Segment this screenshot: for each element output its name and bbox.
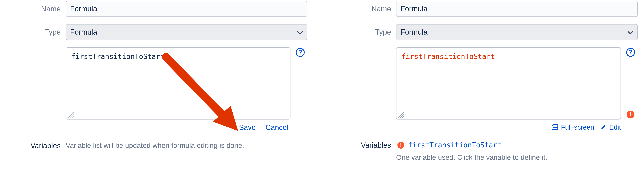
error-icon: ! [397, 141, 404, 149]
svg-rect-7 [553, 124, 558, 128]
pencil-icon [600, 124, 606, 130]
fullscreen-button[interactable]: Full-screen [552, 123, 594, 132]
edit-label: Edit [609, 123, 621, 132]
variable-link[interactable]: firstTransitionToStart [408, 140, 502, 150]
formula-panel-editing: Name Formula Type Formula firstTransitio… [7, 0, 314, 150]
svg-text:?: ? [298, 49, 302, 56]
formula-panel-saved: Name Formula Type Formula firstTransitio… [337, 0, 644, 162]
type-selected-value: Formula [70, 27, 97, 37]
formula-help-button[interactable]: ? [626, 47, 636, 57]
help-icon: ? [296, 48, 305, 57]
name-label: Name [7, 4, 66, 14]
save-button[interactable]: Save [239, 123, 256, 132]
resize-handle-icon [68, 111, 74, 117]
name-input[interactable]: Formula [66, 1, 307, 17]
fullscreen-label: Full-screen [561, 123, 594, 132]
formula-error-indicator[interactable]: ! [626, 109, 636, 119]
variables-label: Variables [337, 140, 396, 150]
formula-help-button[interactable]: ? [295, 47, 305, 57]
formula-display[interactable]: firstTransitionToStart [396, 47, 621, 119]
type-label: Type [337, 27, 396, 37]
svg-text:?: ? [628, 49, 632, 56]
variables-sub-text: One variable used. Click the variable to… [396, 153, 644, 162]
formula-code-text: firstTransitionToStart [71, 52, 164, 61]
name-input[interactable]: Formula [396, 1, 638, 17]
chevron-down-icon [297, 27, 303, 37]
variables-label: Variables [7, 141, 66, 150]
name-label: Name [337, 4, 396, 14]
resize-handle-icon [398, 111, 404, 117]
cancel-button[interactable]: Cancel [266, 123, 288, 132]
name-row: Name Formula [337, 1, 644, 17]
formula-textarea[interactable]: firstTransitionToStart [66, 47, 290, 119]
type-select[interactable]: Formula [396, 24, 638, 40]
type-row: Type Formula [7, 24, 314, 40]
text-caret [165, 52, 165, 60]
type-row: Type Formula [337, 24, 644, 40]
svg-text:!: ! [400, 142, 402, 147]
chevron-down-icon [628, 27, 633, 37]
help-icon: ? [626, 48, 635, 57]
svg-text:!: ! [630, 111, 632, 117]
edit-button[interactable]: Edit [600, 123, 621, 132]
type-selected-value: Formula [400, 27, 428, 37]
variable-error-indicator[interactable]: ! [397, 141, 404, 149]
fullscreen-icon [552, 124, 558, 131]
type-select[interactable]: Formula [66, 24, 307, 40]
error-icon: ! [626, 110, 635, 119]
formula-code-text: firstTransitionToStart [402, 52, 495, 61]
variables-help-text: Variable list will be updated when formu… [66, 141, 244, 150]
name-row: Name Formula [7, 1, 314, 17]
type-label: Type [7, 27, 66, 37]
